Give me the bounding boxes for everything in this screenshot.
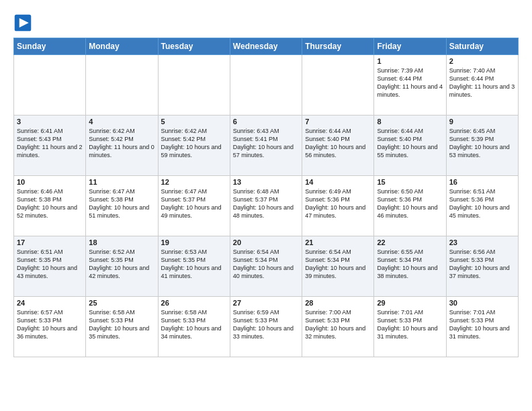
cell-info: Sunrise: 6:47 AM Sunset: 5:38 PM Dayligh… bbox=[89, 187, 154, 220]
day-number: 25 bbox=[89, 299, 154, 307]
cell-info: Sunrise: 6:42 AM Sunset: 5:42 PM Dayligh… bbox=[161, 127, 227, 160]
calendar-cell: 27Sunrise: 6:59 AM Sunset: 5:33 PM Dayli… bbox=[230, 297, 302, 357]
logo-icon bbox=[13, 13, 32, 32]
calendar-cell: 15Sunrise: 6:50 AM Sunset: 5:36 PM Dayli… bbox=[374, 176, 446, 236]
cell-info: Sunrise: 7:01 AM Sunset: 5:33 PM Dayligh… bbox=[377, 308, 443, 341]
cell-info: Sunrise: 6:59 AM Sunset: 5:33 PM Dayligh… bbox=[233, 308, 299, 341]
cell-info: Sunrise: 6:52 AM Sunset: 5:35 PM Dayligh… bbox=[89, 248, 154, 281]
calendar-cell bbox=[14, 55, 86, 116]
page-header bbox=[13, 11, 519, 32]
weekday-monday: Monday bbox=[86, 38, 158, 55]
calendar-cell: 6Sunrise: 6:43 AM Sunset: 5:41 PM Daylig… bbox=[230, 116, 302, 176]
cell-info: Sunrise: 6:41 AM Sunset: 5:43 PM Dayligh… bbox=[17, 127, 83, 160]
day-number: 23 bbox=[449, 238, 515, 246]
calendar-cell: 9Sunrise: 6:45 AM Sunset: 5:39 PM Daylig… bbox=[446, 116, 518, 176]
cell-info: Sunrise: 6:44 AM Sunset: 5:40 PM Dayligh… bbox=[305, 127, 371, 160]
calendar-cell: 2Sunrise: 7:40 AM Sunset: 6:44 PM Daylig… bbox=[446, 55, 518, 116]
cell-info: Sunrise: 7:01 AM Sunset: 5:33 PM Dayligh… bbox=[449, 308, 515, 341]
day-number: 15 bbox=[377, 178, 443, 186]
calendar-cell: 20Sunrise: 6:54 AM Sunset: 5:34 PM Dayli… bbox=[230, 236, 302, 297]
logo bbox=[13, 13, 35, 32]
cell-info: Sunrise: 7:39 AM Sunset: 6:44 PM Dayligh… bbox=[377, 66, 443, 99]
cell-info: Sunrise: 6:44 AM Sunset: 5:40 PM Dayligh… bbox=[377, 127, 443, 160]
weekday-saturday: Saturday bbox=[446, 38, 518, 55]
day-number: 16 bbox=[449, 178, 515, 186]
calendar-cell: 30Sunrise: 7:01 AM Sunset: 5:33 PM Dayli… bbox=[446, 297, 518, 357]
calendar-cell: 12Sunrise: 6:47 AM Sunset: 5:37 PM Dayli… bbox=[158, 176, 230, 236]
calendar-cell bbox=[230, 55, 302, 116]
day-number: 26 bbox=[161, 299, 227, 307]
cell-info: Sunrise: 6:51 AM Sunset: 5:35 PM Dayligh… bbox=[17, 248, 83, 281]
calendar-cell bbox=[302, 55, 374, 116]
calendar-cell: 3Sunrise: 6:41 AM Sunset: 5:43 PM Daylig… bbox=[14, 116, 86, 176]
calendar-cell: 4Sunrise: 6:42 AM Sunset: 5:42 PM Daylig… bbox=[86, 116, 158, 176]
day-number: 29 bbox=[377, 299, 443, 307]
cell-info: Sunrise: 6:43 AM Sunset: 5:41 PM Dayligh… bbox=[233, 127, 299, 160]
day-number: 11 bbox=[89, 178, 154, 186]
calendar-cell: 19Sunrise: 6:53 AM Sunset: 5:35 PM Dayli… bbox=[158, 236, 230, 297]
calendar-cell: 8Sunrise: 6:44 AM Sunset: 5:40 PM Daylig… bbox=[374, 116, 446, 176]
calendar-cell: 24Sunrise: 6:57 AM Sunset: 5:33 PM Dayli… bbox=[14, 297, 86, 357]
weekday-thursday: Thursday bbox=[302, 38, 374, 55]
calendar-cell: 13Sunrise: 6:48 AM Sunset: 5:37 PM Dayli… bbox=[230, 176, 302, 236]
day-number: 13 bbox=[233, 178, 299, 186]
weekday-friday: Friday bbox=[374, 38, 446, 55]
cell-info: Sunrise: 6:47 AM Sunset: 5:37 PM Dayligh… bbox=[161, 187, 227, 220]
calendar-week-1: 3Sunrise: 6:41 AM Sunset: 5:43 PM Daylig… bbox=[14, 116, 519, 176]
cell-info: Sunrise: 7:00 AM Sunset: 5:33 PM Dayligh… bbox=[305, 308, 371, 341]
cell-info: Sunrise: 6:53 AM Sunset: 5:35 PM Dayligh… bbox=[161, 248, 227, 281]
day-number: 21 bbox=[305, 238, 371, 246]
cell-info: Sunrise: 6:48 AM Sunset: 5:37 PM Dayligh… bbox=[233, 187, 299, 220]
calendar-body: 1Sunrise: 7:39 AM Sunset: 6:44 PM Daylig… bbox=[14, 55, 519, 357]
day-number: 30 bbox=[449, 299, 515, 307]
calendar-cell: 16Sunrise: 6:51 AM Sunset: 5:36 PM Dayli… bbox=[446, 176, 518, 236]
cell-info: Sunrise: 7:40 AM Sunset: 6:44 PM Dayligh… bbox=[449, 66, 515, 99]
day-number: 22 bbox=[377, 238, 443, 246]
calendar-week-4: 24Sunrise: 6:57 AM Sunset: 5:33 PM Dayli… bbox=[14, 297, 519, 357]
calendar-table: SundayMondayTuesdayWednesdayThursdayFrid… bbox=[13, 38, 519, 357]
cell-info: Sunrise: 6:56 AM Sunset: 5:33 PM Dayligh… bbox=[449, 248, 515, 281]
cell-info: Sunrise: 6:42 AM Sunset: 5:42 PM Dayligh… bbox=[89, 127, 154, 160]
day-number: 24 bbox=[17, 299, 83, 307]
day-number: 5 bbox=[161, 118, 227, 126]
cell-info: Sunrise: 6:54 AM Sunset: 5:34 PM Dayligh… bbox=[233, 248, 299, 281]
calendar-cell: 22Sunrise: 6:55 AM Sunset: 5:34 PM Dayli… bbox=[374, 236, 446, 297]
cell-info: Sunrise: 6:49 AM Sunset: 5:36 PM Dayligh… bbox=[305, 187, 371, 220]
calendar-cell: 17Sunrise: 6:51 AM Sunset: 5:35 PM Dayli… bbox=[14, 236, 86, 297]
calendar-week-0: 1Sunrise: 7:39 AM Sunset: 6:44 PM Daylig… bbox=[14, 55, 519, 116]
cell-info: Sunrise: 6:58 AM Sunset: 5:33 PM Dayligh… bbox=[89, 308, 154, 341]
calendar-week-3: 17Sunrise: 6:51 AM Sunset: 5:35 PM Dayli… bbox=[14, 236, 519, 297]
cell-info: Sunrise: 6:58 AM Sunset: 5:33 PM Dayligh… bbox=[161, 308, 227, 341]
cell-info: Sunrise: 6:57 AM Sunset: 5:33 PM Dayligh… bbox=[17, 308, 83, 341]
day-number: 2 bbox=[449, 57, 515, 65]
cell-info: Sunrise: 6:51 AM Sunset: 5:36 PM Dayligh… bbox=[449, 187, 515, 220]
calendar-cell: 11Sunrise: 6:47 AM Sunset: 5:38 PM Dayli… bbox=[86, 176, 158, 236]
calendar-cell: 18Sunrise: 6:52 AM Sunset: 5:35 PM Dayli… bbox=[86, 236, 158, 297]
day-number: 19 bbox=[161, 238, 227, 246]
day-number: 18 bbox=[89, 238, 154, 246]
calendar-cell: 5Sunrise: 6:42 AM Sunset: 5:42 PM Daylig… bbox=[158, 116, 230, 176]
day-number: 3 bbox=[17, 118, 83, 126]
day-number: 1 bbox=[377, 57, 443, 65]
weekday-tuesday: Tuesday bbox=[158, 38, 230, 55]
weekday-wednesday: Wednesday bbox=[230, 38, 302, 55]
day-number: 28 bbox=[305, 299, 371, 307]
day-number: 10 bbox=[17, 178, 83, 186]
calendar-cell: 14Sunrise: 6:49 AM Sunset: 5:36 PM Dayli… bbox=[302, 176, 374, 236]
day-number: 6 bbox=[233, 118, 299, 126]
calendar-cell: 23Sunrise: 6:56 AM Sunset: 5:33 PM Dayli… bbox=[446, 236, 518, 297]
calendar-header: SundayMondayTuesdayWednesdayThursdayFrid… bbox=[14, 38, 519, 55]
calendar-week-2: 10Sunrise: 6:46 AM Sunset: 5:38 PM Dayli… bbox=[14, 176, 519, 236]
day-number: 17 bbox=[17, 238, 83, 246]
calendar-cell: 7Sunrise: 6:44 AM Sunset: 5:40 PM Daylig… bbox=[302, 116, 374, 176]
calendar-cell: 28Sunrise: 7:00 AM Sunset: 5:33 PM Dayli… bbox=[302, 297, 374, 357]
calendar-cell bbox=[86, 55, 158, 116]
calendar-cell: 25Sunrise: 6:58 AM Sunset: 5:33 PM Dayli… bbox=[86, 297, 158, 357]
cell-info: Sunrise: 6:50 AM Sunset: 5:36 PM Dayligh… bbox=[377, 187, 443, 220]
day-number: 20 bbox=[233, 238, 299, 246]
cell-info: Sunrise: 6:54 AM Sunset: 5:34 PM Dayligh… bbox=[305, 248, 371, 281]
weekday-sunday: Sunday bbox=[14, 38, 86, 55]
weekday-header-row: SundayMondayTuesdayWednesdayThursdayFrid… bbox=[14, 38, 519, 55]
calendar-cell: 1Sunrise: 7:39 AM Sunset: 6:44 PM Daylig… bbox=[374, 55, 446, 116]
calendar-cell bbox=[158, 55, 230, 116]
